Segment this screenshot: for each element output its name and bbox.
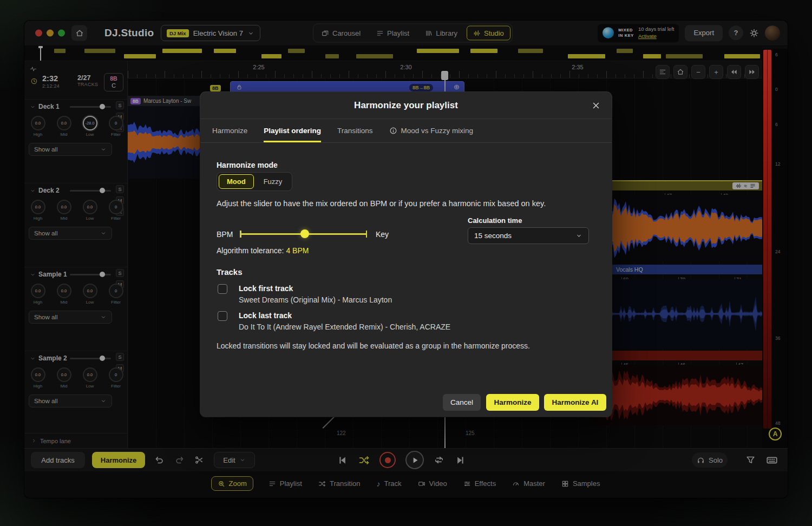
lock-first-track-label[interactable]: Lock first track: [239, 284, 293, 293]
tracks-heading: Tracks: [217, 267, 243, 277]
close-button[interactable]: [590, 100, 602, 111]
bpm-key-slider[interactable]: [240, 228, 367, 239]
tab-harmonize[interactable]: Harmonize: [212, 119, 247, 142]
modal-tabs: Harmonize Playlist ordering Transitions …: [200, 119, 612, 143]
slider-label-bpm: BPM: [217, 230, 233, 239]
app-window: DJ.Studio DJ Mix Electric Vision 7 Carou…: [24, 21, 788, 498]
lock-first-track-checkbox[interactable]: [218, 284, 227, 294]
modal-title: Harmonize your playlist: [200, 100, 612, 111]
harmonize-ai-button[interactable]: Harmonize AI: [544, 394, 606, 411]
slider-label-key: Key: [376, 230, 389, 239]
info-icon: [389, 127, 397, 135]
locked-transitions-note: Locked transitions will stay locked and …: [217, 341, 590, 350]
mode-mood-button[interactable]: Mood: [219, 174, 254, 189]
first-track-name: Sweet Dreams (Original Mix) - Marcus Lay…: [239, 295, 392, 304]
mode-fuzzy-button[interactable]: Fuzzy: [256, 174, 291, 189]
cancel-button[interactable]: Cancel: [443, 394, 481, 411]
lock-last-track-checkbox[interactable]: [218, 311, 227, 321]
close-icon: [591, 101, 601, 110]
harmonize-modal: Harmonize your playlist Harmonize Playli…: [200, 92, 612, 417]
tab-playlist-ordering[interactable]: Playlist ordering: [264, 119, 321, 142]
tolerance-value: 4 BPM: [286, 246, 309, 255]
last-track-name: Do It To It (Andrew Rayel Extended Remix…: [239, 323, 450, 331]
slider-handle[interactable]: [300, 229, 309, 238]
mode-toggle: Mood Fuzzy: [217, 172, 292, 191]
chevron-down-icon: [575, 232, 582, 239]
harmonize-mode-heading: Harmonize mode: [217, 161, 278, 169]
slider-cap-right: [366, 231, 368, 238]
tab-transitions[interactable]: Transitions: [337, 119, 373, 142]
lock-last-track-label[interactable]: Lock last track: [239, 311, 292, 320]
calculation-time-dropdown[interactable]: 15 seconds: [468, 227, 589, 244]
mode-description: Adjust the slider to have the mix ordere…: [217, 199, 590, 208]
tab-mood-vs-fuzzy[interactable]: Mood vs Fuzzy mixing: [389, 119, 474, 142]
calculation-time-label: Calculation time: [468, 216, 522, 225]
modal-harmonize-button[interactable]: Harmonize: [486, 394, 539, 411]
algorithm-tolerance: Algorithm tolerance: 4 BPM: [217, 246, 309, 255]
